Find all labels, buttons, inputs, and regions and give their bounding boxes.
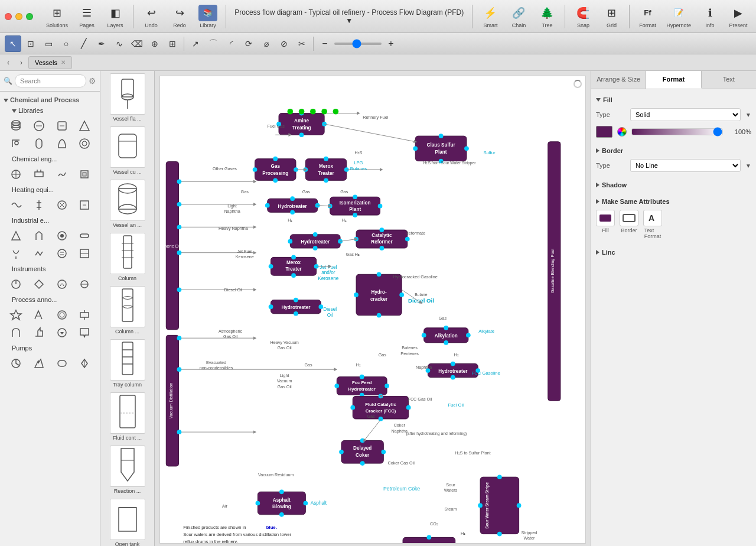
make-same-fill-icon[interactable] xyxy=(596,210,615,226)
lib-icon-6[interactable] xyxy=(30,135,48,152)
thumb-open-tank[interactable]: Open tank xyxy=(104,499,151,546)
lib-icon-15[interactable] xyxy=(53,197,71,213)
lib-icon-31[interactable] xyxy=(53,307,71,323)
lib-sub-libraries[interactable]: Libraries xyxy=(7,106,97,115)
rect-tool[interactable]: ▭ xyxy=(40,35,57,52)
tree-icon[interactable]: 🌲 xyxy=(537,5,556,21)
lib-icon-1[interactable] xyxy=(7,118,25,134)
line-tool[interactable]: ╱ xyxy=(76,35,92,52)
lib-icon-7[interactable] xyxy=(53,135,71,152)
lib-icon-17[interactable] xyxy=(7,228,25,244)
pages-group[interactable]: ☰ Pages xyxy=(74,4,100,30)
undo-group[interactable]: ↩ Undo xyxy=(138,4,164,30)
lib-icon-2[interactable] xyxy=(30,118,48,134)
fill-color-swatch[interactable] xyxy=(596,126,612,138)
thumb-tray-column[interactable]: Tray column xyxy=(104,339,151,388)
connect-tool[interactable]: ⊕ xyxy=(146,35,163,52)
lib-icon-3[interactable] xyxy=(53,118,71,134)
pages-icon[interactable]: ☰ xyxy=(77,5,96,21)
vessels-tab[interactable]: Vessels ✕ xyxy=(28,56,72,69)
hypernote-icon[interactable]: 📝 xyxy=(669,5,688,21)
tab-text[interactable]: Text xyxy=(702,71,756,89)
page-next-btn[interactable]: › xyxy=(15,57,27,69)
info-group[interactable]: ℹ Info xyxy=(697,4,723,30)
make-same-text-icon[interactable]: A xyxy=(643,210,662,226)
smart-group[interactable]: ⚡ Smart xyxy=(477,4,503,30)
border-type-select[interactable]: No Line Solid Dashed xyxy=(630,159,741,172)
chain-group[interactable]: 🔗 Chain xyxy=(506,4,532,30)
lib-icon-5[interactable] xyxy=(7,135,25,152)
thumb-column2[interactable]: Column ... xyxy=(104,286,151,334)
fill-color-circle[interactable] xyxy=(617,127,627,136)
lib-sub-instruments[interactable]: Instruments xyxy=(7,264,97,274)
select2-tool[interactable]: ⊞ xyxy=(164,35,181,52)
custom2-tool[interactable]: ⌀ xyxy=(258,35,275,52)
make-same-border[interactable]: Border xyxy=(620,210,638,239)
thumb-vessel-fla[interactable]: Vessel fla ... xyxy=(104,73,151,122)
lib-icon-33[interactable] xyxy=(7,324,25,341)
tab-arrange[interactable]: Arrange & Size xyxy=(591,71,646,89)
make-same-header[interactable]: Make Same Attributes xyxy=(596,196,751,207)
lib-icon-23[interactable] xyxy=(53,245,71,262)
curve-tool[interactable]: ⌒ xyxy=(205,35,221,52)
lib-icon-40[interactable] xyxy=(76,355,93,372)
info-icon[interactable]: ℹ xyxy=(700,5,719,21)
ellipse-tool[interactable]: ○ xyxy=(58,35,74,52)
format-icon[interactable]: Ff xyxy=(638,5,657,21)
zoom-slider[interactable] xyxy=(334,43,382,45)
layers-icon[interactable]: ◧ xyxy=(106,5,125,21)
search-input[interactable] xyxy=(15,74,86,87)
arc-tool[interactable]: ◜ xyxy=(223,35,239,52)
make-same-text-format[interactable]: A Text Format xyxy=(643,210,662,239)
lib-icon-16[interactable] xyxy=(76,197,93,213)
library-icon[interactable]: 📚 xyxy=(198,5,217,21)
custom3-tool[interactable]: ⊘ xyxy=(276,35,292,52)
page-prev-btn[interactable]: ‹ xyxy=(2,57,14,69)
lib-icon-8[interactable] xyxy=(76,135,93,152)
lib-icon-36[interactable] xyxy=(76,324,93,341)
grid-group[interactable]: ⊞ Grid xyxy=(598,4,624,30)
lib-icon-35[interactable] xyxy=(53,324,71,341)
lib-icon-12[interactable] xyxy=(76,166,93,183)
zoom-out-btn[interactable]: − xyxy=(317,35,333,52)
lib-icon-24[interactable] xyxy=(76,245,93,262)
shadow-section-header[interactable]: Shadow xyxy=(596,179,751,191)
lib-icon-26[interactable] xyxy=(30,276,48,292)
thumb-vessel-an[interactable]: Vessel an ... xyxy=(104,180,151,228)
present-group[interactable]: ▶ Present xyxy=(725,4,751,30)
make-same-fill[interactable]: Fill xyxy=(596,210,615,239)
redo-group[interactable]: ↪ Redo xyxy=(167,4,193,30)
lib-sub-process-anno[interactable]: Process anno... xyxy=(7,295,97,304)
lib-icon-14[interactable] xyxy=(30,197,48,213)
layers-group[interactable]: ◧ Layers xyxy=(102,4,128,30)
format-group[interactable]: Ff Format xyxy=(634,4,660,30)
lib-icon-18[interactable] xyxy=(30,228,48,244)
lib-icon-25[interactable] xyxy=(7,276,25,292)
thumb-fluid-cont[interactable]: Fluid cont ... xyxy=(104,392,151,441)
thumb-vessel-cu[interactable]: Vessel cu ... xyxy=(104,126,151,175)
lib-icon-10[interactable] xyxy=(30,166,48,183)
tree-group[interactable]: 🌲 Tree xyxy=(534,4,560,30)
minimize-button[interactable] xyxy=(15,13,22,20)
bezier-tool[interactable]: ∿ xyxy=(111,35,128,52)
lib-category-chemical[interactable]: Chemical and Process xyxy=(2,94,97,106)
fill-color-slider[interactable] xyxy=(631,128,723,135)
tab-format[interactable]: Format xyxy=(646,71,701,89)
lib-icon-30[interactable] xyxy=(30,307,48,323)
library-group[interactable]: 📚 Library xyxy=(195,4,221,30)
lib-icon-38[interactable] xyxy=(30,355,48,372)
lib-icon-13[interactable] xyxy=(7,197,25,213)
lib-icon-22[interactable] xyxy=(30,245,48,262)
solutions-icon[interactable]: ⊞ xyxy=(48,5,67,21)
lib-icon-39[interactable] xyxy=(53,355,71,372)
diagram-svg[interactable]: Atmospheric Distillation Vacuum Distilla… xyxy=(160,76,585,543)
erase-tool[interactable]: ⌫ xyxy=(129,35,145,52)
lib-sub-chemical-eng[interactable]: Chemical eng... xyxy=(7,154,97,164)
lib-icon-4[interactable] xyxy=(76,118,93,134)
custom4-tool[interactable]: ✂ xyxy=(294,35,310,52)
present-icon[interactable]: ▶ xyxy=(729,5,748,21)
maximize-button[interactable] xyxy=(26,13,33,20)
lib-icon-11[interactable] xyxy=(53,166,71,183)
hypernote-group[interactable]: 📝 Hypernote xyxy=(663,4,695,30)
group-select-tool[interactable]: ⊡ xyxy=(22,35,39,52)
